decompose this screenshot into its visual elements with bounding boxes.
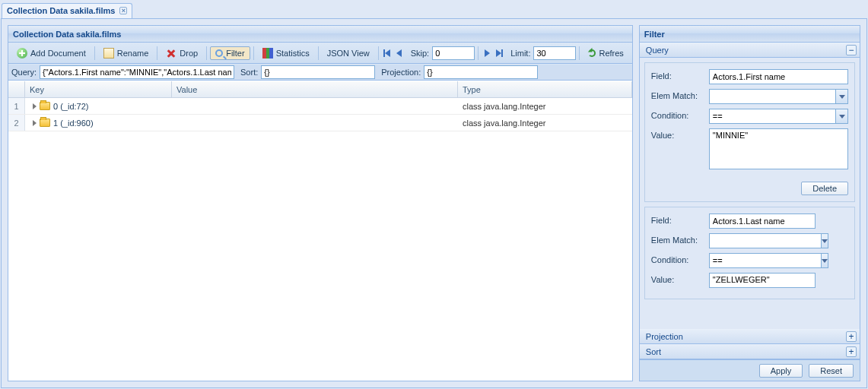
chevron-down-icon[interactable] bbox=[835, 109, 848, 124]
field-input[interactable] bbox=[709, 69, 848, 84]
expand-icon[interactable]: + bbox=[846, 346, 857, 357]
filter-button[interactable]: Filter bbox=[210, 46, 250, 60]
expand-icon[interactable] bbox=[33, 120, 37, 126]
search-icon bbox=[215, 49, 223, 57]
json-view-button[interactable]: JSON View bbox=[322, 46, 375, 60]
drop-icon bbox=[166, 48, 176, 59]
refresh-button[interactable]: Refres bbox=[583, 46, 628, 60]
reset-button[interactable]: Reset bbox=[809, 364, 854, 378]
rename-icon bbox=[103, 48, 114, 59]
elem-match-label: Elem Match: bbox=[651, 233, 709, 245]
tab-strip: Collection Data sakila.films × bbox=[0, 0, 868, 18]
field-input[interactable] bbox=[709, 213, 816, 229]
first-page-button[interactable] bbox=[382, 48, 393, 59]
folder-icon bbox=[40, 102, 50, 110]
chevron-down-icon[interactable] bbox=[821, 233, 828, 248]
elem-match-label: Elem Match: bbox=[651, 89, 709, 100]
close-icon[interactable]: × bbox=[119, 7, 127, 14]
filter-group: Field: Elem Match: Condition: bbox=[644, 62, 855, 202]
rename-button[interactable]: Rename bbox=[98, 46, 154, 61]
add-document-label: Add Document bbox=[30, 49, 86, 58]
condition-label: Condition: bbox=[651, 109, 709, 120]
projection-section-title: Projection bbox=[646, 332, 683, 341]
statistics-button[interactable]: Statistics bbox=[257, 46, 315, 61]
filter-panel-header: Filter bbox=[640, 26, 860, 43]
table-row[interactable]: 2 1 (_id:960) class java.lang.Integer bbox=[8, 115, 632, 131]
filter-panel-title: Filter bbox=[644, 26, 665, 43]
limit-input[interactable] bbox=[533, 46, 576, 60]
projection-input[interactable] bbox=[424, 65, 538, 79]
chevron-down-icon[interactable] bbox=[821, 253, 828, 268]
value-label: Value: bbox=[651, 128, 709, 140]
statistics-label: Statistics bbox=[276, 49, 310, 58]
sort-section-title: Sort bbox=[646, 347, 661, 356]
row-type: class java.lang.Integer bbox=[458, 102, 632, 111]
next-page-button[interactable] bbox=[482, 48, 492, 59]
row-number: 2 bbox=[8, 115, 25, 131]
tab-collection-data[interactable]: Collection Data sakila.films × bbox=[2, 3, 132, 18]
projection-label: Projection: bbox=[381, 68, 421, 77]
table-row[interactable]: 1 0 (_id:72) class java.lang.Integer bbox=[8, 98, 632, 115]
tab-title: Collection Data sakila.films bbox=[7, 6, 115, 15]
separator bbox=[579, 46, 580, 60]
separator bbox=[478, 46, 479, 60]
column-key[interactable]: Key bbox=[25, 81, 172, 97]
column-value[interactable]: Value bbox=[172, 81, 458, 97]
skip-label: Skip: bbox=[411, 49, 429, 58]
main-area: Collection Data sakila.films Add Documen… bbox=[1, 18, 867, 388]
field-label: Field: bbox=[651, 213, 709, 225]
collapse-icon[interactable]: − bbox=[846, 45, 857, 55]
filter-group: Field: Elem Match: Condition: bbox=[644, 207, 855, 299]
prev-page-button[interactable] bbox=[394, 48, 405, 59]
separator bbox=[206, 46, 207, 60]
separator bbox=[253, 46, 254, 60]
sort-label: Sort: bbox=[240, 68, 258, 77]
sort-input[interactable] bbox=[261, 65, 375, 79]
folder-icon bbox=[40, 119, 50, 127]
row-type: class java.lang.Integer bbox=[458, 119, 632, 128]
value-input[interactable] bbox=[709, 273, 816, 288]
collection-panel-header: Collection Data sakila.films bbox=[8, 26, 632, 43]
drop-button[interactable]: Drop bbox=[161, 46, 203, 61]
filter-panel: Filter Query − Field: Elem Match: bbox=[639, 25, 860, 381]
row-key: 1 (_id:960) bbox=[53, 119, 94, 128]
add-document-button[interactable]: Add Document bbox=[11, 46, 91, 61]
row-key: 0 (_id:72) bbox=[53, 102, 88, 111]
elem-match-input[interactable] bbox=[709, 233, 821, 248]
value-label: Value: bbox=[651, 273, 709, 284]
delete-button[interactable]: Delete bbox=[801, 182, 848, 195]
query-label: Query: bbox=[11, 68, 37, 77]
json-view-label: JSON View bbox=[327, 49, 370, 58]
add-icon bbox=[17, 48, 27, 59]
filter-panel-body: Query − Field: Elem Match: bbox=[640, 43, 860, 381]
drop-label: Drop bbox=[180, 49, 198, 58]
last-page-button[interactable] bbox=[494, 48, 504, 59]
query-input[interactable] bbox=[40, 65, 234, 79]
grid-header: Key Value Type bbox=[8, 81, 632, 98]
condition-input[interactable] bbox=[709, 253, 821, 268]
row-number-header bbox=[8, 81, 25, 97]
rename-label: Rename bbox=[117, 49, 149, 58]
condition-input[interactable] bbox=[709, 109, 835, 124]
apply-button[interactable]: Apply bbox=[759, 364, 803, 378]
query-section-title: Query bbox=[646, 46, 669, 55]
skip-input[interactable] bbox=[432, 46, 475, 60]
toolbar: Add Document Rename Drop Filter bbox=[8, 43, 632, 64]
elem-match-input[interactable] bbox=[709, 89, 835, 104]
expand-icon[interactable]: + bbox=[846, 331, 857, 342]
chevron-down-icon[interactable] bbox=[835, 89, 848, 104]
projection-section-header[interactable]: Projection + bbox=[640, 329, 860, 344]
value-input[interactable] bbox=[709, 128, 848, 169]
stats-icon bbox=[262, 48, 273, 59]
sort-section-header[interactable]: Sort + bbox=[640, 344, 860, 359]
expand-icon[interactable] bbox=[33, 103, 37, 109]
app-root: Collection Data sakila.films × Collectio… bbox=[0, 0, 868, 389]
result-grid: Key Value Type 1 0 (_id:72) class java.l… bbox=[8, 81, 632, 381]
panel-title: Collection Data sakila.films bbox=[13, 26, 121, 43]
query-section-header[interactable]: Query − bbox=[640, 43, 860, 58]
filter-panel-buttons: Apply Reset bbox=[640, 359, 860, 381]
grid-body[interactable]: 1 0 (_id:72) class java.lang.Integer 2 bbox=[8, 98, 632, 381]
filter-label: Filter bbox=[226, 49, 244, 58]
refresh-label: Refres bbox=[599, 49, 623, 58]
column-type[interactable]: Type bbox=[458, 81, 632, 97]
